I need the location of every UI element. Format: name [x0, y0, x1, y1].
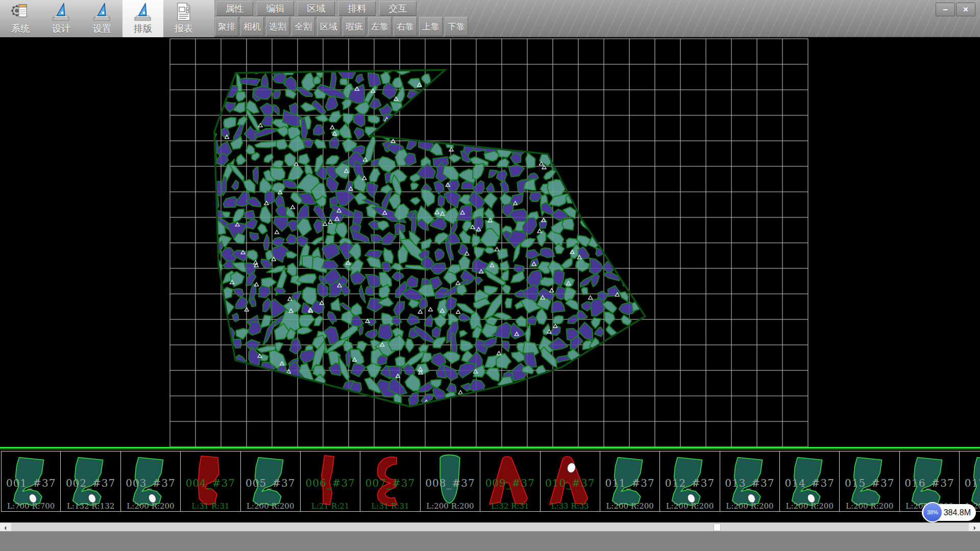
toolbar-item-label: 报表	[175, 23, 193, 34]
piece-lr-count-label: L:200 R:200	[121, 502, 180, 511]
piece-thumb-015[interactable]: 015_#37L:200 R:200	[840, 451, 899, 512]
piece-lr-count-label: L:32 R:31	[480, 502, 540, 511]
piece-id-label: 015_#37	[840, 477, 899, 489]
menu-button-nesting[interactable]: 排料	[338, 1, 376, 16]
nesting-canvas[interactable]	[0, 37, 980, 447]
piece-lr-count-label: L:33 R:33	[541, 502, 600, 511]
piece-id-label: 004_#37	[181, 477, 240, 489]
toolbar-item-label: 设计	[52, 23, 70, 34]
piece-id-label: 005_#37	[241, 477, 300, 489]
status-bar	[0, 531, 980, 551]
piece-id-label: 008_#37	[421, 477, 480, 489]
piece-id-label: 007_#37	[360, 477, 420, 489]
titlebar: 系统设计设置排版报表 属性编辑区域排料交互 聚排相机选割全割区域瑕疵左靠右靠上靠…	[0, 0, 980, 37]
main-toolbar: 系统设计设置排版报表	[0, 0, 214, 37]
piece-thumb-006[interactable]: 006_#37L:21 R:21	[301, 451, 360, 512]
scroll-right-arrow[interactable]: ›	[969, 523, 980, 532]
horizontal-scrollbar[interactable]: ‹ ›	[0, 522, 980, 531]
piece-lr-count-label: L:200 R:200	[600, 502, 659, 511]
piece-lr-count-label: L:200 R:200	[720, 502, 779, 511]
piece-thumb-004[interactable]: 004_#37L:31 R:31	[181, 451, 240, 512]
piece-lr-count-label: L:21 R:21	[301, 502, 360, 511]
piece-thumb-002[interactable]: 002_#37L:132 R:132	[61, 451, 120, 512]
piece-id-label: 001_#37	[2, 477, 60, 489]
toolbar-item-label: 设置	[93, 23, 111, 34]
memory-usage: 384.8M	[944, 508, 971, 517]
setsquare-icon	[133, 1, 153, 23]
piece-lr-count-label: L:700 R:700	[2, 502, 60, 511]
toolbar-item-settings[interactable]: 设置	[82, 0, 122, 37]
piece-id-label: 003_#37	[121, 477, 180, 489]
close-button[interactable]: ×	[956, 3, 975, 16]
piece-lr-count-label: L:200 R:200	[660, 502, 719, 511]
piece-id-label: 016_#37	[900, 477, 959, 489]
toolbar-item-label: 排版	[134, 23, 152, 34]
piece-thumb-010[interactable]: 010_#37L:33 R:33	[541, 451, 600, 512]
menu-button-cluster-nest[interactable]: 聚排	[215, 17, 238, 36]
setsquare-icon	[51, 1, 71, 23]
piece-lr-count-label: L:31 R:31	[360, 502, 420, 511]
system-icon	[10, 1, 31, 23]
menu-row-2: 聚排相机选割全割区域瑕疵左靠右靠上靠下靠	[215, 17, 468, 36]
menu-button-camera[interactable]: 相机	[240, 17, 264, 36]
strip-separator-line	[0, 447, 980, 448]
piece-id-label: 002_#37	[61, 477, 120, 489]
piece-id-label: 014_#37	[780, 477, 839, 489]
piece-thumb-005[interactable]: 005_#37L:200 R:200	[241, 451, 301, 512]
menu-button-attributes[interactable]: 属性	[216, 1, 253, 16]
toolbar-item-label: 系统	[11, 23, 30, 34]
menu-button-region[interactable]: 区域	[317, 17, 340, 36]
piece-id-label: 012_#37	[660, 477, 719, 489]
menu-button-cut-all[interactable]: 全割	[291, 17, 315, 36]
scrollbar-thumb[interactable]	[714, 523, 721, 531]
setsquare-icon	[92, 1, 112, 23]
menu-button-interact[interactable]: 交互	[379, 1, 416, 16]
piece-thumb-014[interactable]: 014_#37L:200 R:200	[780, 451, 840, 512]
piece-id-label: 013_#37	[720, 477, 779, 489]
menu-button-snap-left[interactable]: 左靠	[368, 17, 391, 36]
piece-thumb-012[interactable]: 012_#37L:200 R:200	[660, 451, 720, 512]
progress-percent: 38%	[927, 509, 938, 515]
menu-button-region[interactable]: 区域	[298, 1, 335, 16]
menu-button-select-cut[interactable]: 选割	[266, 17, 289, 36]
piece-lr-count-label: L:200 R:200	[780, 502, 839, 511]
piece-id-label: 009_#37	[480, 477, 540, 489]
piece-lr-count-label: L:200 R:200	[421, 502, 480, 511]
piece-lr-count-label: L:200 R:200	[241, 502, 300, 511]
menu-button-edit[interactable]: 编辑	[257, 1, 294, 16]
piece-lr-count-label: L:132 R:132	[61, 502, 120, 511]
nesting-drawing[interactable]	[0, 37, 980, 447]
toolbar-item-system[interactable]: 系统	[0, 0, 41, 37]
menu-button-snap-top[interactable]: 上靠	[419, 17, 443, 36]
progress-badge: 38%	[922, 502, 943, 522]
piece-thumb-001[interactable]: 001_#37L:700 R:700	[1, 451, 61, 512]
piece-lr-count-label: L:31 R:31	[181, 502, 240, 511]
menu-button-snap-right[interactable]: 右靠	[394, 17, 417, 36]
strip-separator-line-2	[0, 449, 980, 449]
report-icon	[174, 1, 194, 23]
menu-row-1: 属性编辑区域排料交互	[216, 1, 416, 16]
piece-lr-count-label: L:200 R:200	[840, 502, 899, 511]
toolbar-item-layout[interactable]: 排版	[122, 0, 163, 37]
piece-thumb-008[interactable]: 008_#37L:200 R:200	[421, 451, 480, 512]
piece-thumb-007[interactable]: 007_#37L:31 R:31	[360, 451, 420, 512]
piece-id-label: 010_#37	[541, 477, 600, 489]
menu-button-snap-bottom[interactable]: 下靠	[445, 17, 468, 36]
toolbar-item-report[interactable]: 报表	[163, 0, 204, 37]
piece-thumb-003[interactable]: 003_#37L:200 R:200	[121, 451, 181, 512]
piece-id-label: 017_#37	[960, 477, 980, 489]
piece-id-label: 011_#37	[600, 477, 659, 489]
menu-button-defect[interactable]: 瑕疵	[342, 17, 366, 36]
piece-thumbnail-strip: 001_#37L:700 R:700002_#37L:132 R:132003_…	[0, 451, 980, 512]
piece-thumb-017[interactable]: 017_#37L:200 R:200	[960, 451, 980, 512]
app-window: 系统设计设置排版报表 属性编辑区域排料交互 聚排相机选割全割区域瑕疵左靠右靠上靠…	[0, 0, 980, 551]
scroll-left-arrow[interactable]: ‹	[0, 523, 11, 532]
piece-id-label: 006_#37	[301, 477, 360, 489]
toolbar-item-design[interactable]: 设计	[41, 0, 82, 37]
piece-thumb-011[interactable]: 011_#37L:200 R:200	[600, 451, 660, 512]
piece-thumb-009[interactable]: 009_#37L:32 R:31	[480, 451, 540, 512]
minimize-button[interactable]: –	[936, 3, 955, 16]
piece-thumb-013[interactable]: 013_#37L:200 R:200	[720, 451, 780, 512]
